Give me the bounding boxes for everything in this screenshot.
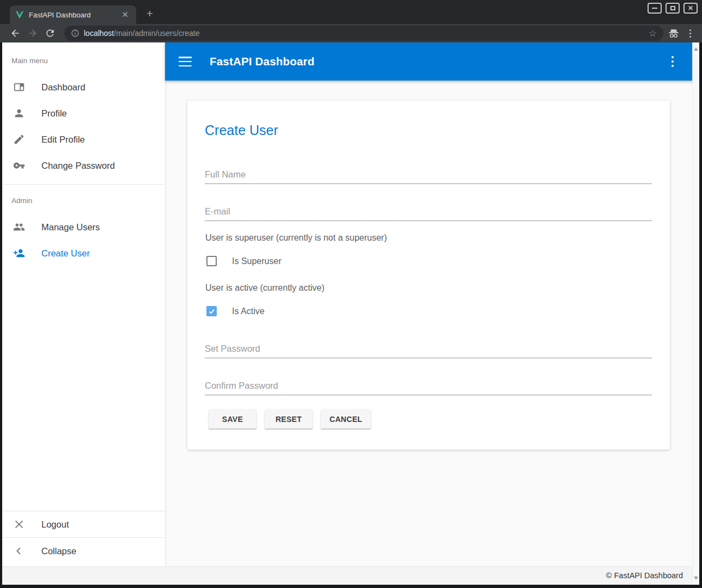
- app-bar: FastAPI Dashboard: [165, 42, 699, 81]
- check-icon: [208, 308, 216, 315]
- sidebar-item-label: Logout: [41, 519, 69, 530]
- forward-icon[interactable]: [27, 28, 38, 39]
- tab-title: FastAPI Dashboard: [29, 11, 119, 19]
- scroll-up-arrow-icon[interactable]: [694, 47, 698, 51]
- url-path: /main/admin/users/create: [114, 29, 199, 38]
- sidebar-item-label: Create User: [41, 248, 90, 259]
- sidebar-item-manage-users[interactable]: Manage Users: [2, 214, 165, 240]
- url-bar[interactable]: localhost/main/admin/users/create ☆: [64, 26, 663, 41]
- checkbox-label: Is Active: [232, 307, 265, 316]
- email-input[interactable]: [205, 203, 652, 221]
- incognito-icon: [668, 28, 680, 38]
- sidebar-section-admin: Admin: [11, 197, 165, 206]
- browser-toolbar: localhost/main/admin/users/create ☆: [0, 24, 702, 42]
- page: Main menu Dashboard Pr: [2, 42, 699, 585]
- sidebar-item-logout[interactable]: Logout: [2, 511, 165, 537]
- sidebar-item-label: Dashboard: [41, 82, 86, 93]
- sidebar-item-label: Collapse: [41, 546, 76, 556]
- sidebar-item-profile[interactable]: Profile: [2, 100, 165, 126]
- save-button[interactable]: SAVE: [209, 409, 257, 428]
- is-superuser-checkbox[interactable]: [206, 256, 217, 266]
- window-minimize-button[interactable]: [648, 3, 662, 14]
- back-icon[interactable]: [10, 28, 21, 39]
- sidebar-section-main-menu: Main menu: [11, 57, 165, 66]
- sidebar-item-label: Manage Users: [41, 222, 100, 232]
- browser-menu-icon[interactable]: [687, 29, 693, 38]
- chevron-left-icon: [13, 545, 25, 557]
- main-content: FastAPI Dashboard Create User User is su…: [165, 42, 699, 566]
- tab-strip: FastAPI Dashboard ✕ + ✕: [0, 0, 702, 24]
- form-title: Create User: [205, 122, 278, 138]
- site-info-icon[interactable]: [71, 29, 80, 38]
- new-tab-button[interactable]: +: [143, 7, 157, 21]
- reset-button[interactable]: RESET: [265, 409, 313, 428]
- active-hint: User is active (currently active): [205, 283, 325, 293]
- sidebar-item-edit-profile[interactable]: Edit Profile: [2, 126, 165, 152]
- url-host: localhost: [84, 29, 114, 38]
- page-footer: © FastAPI Dashboard: [2, 566, 699, 585]
- set-password-input[interactable]: [205, 340, 652, 358]
- sidebar-item-label: Edit Profile: [41, 134, 85, 145]
- confirm-password-input[interactable]: [205, 377, 652, 395]
- create-user-card: Create User User is superuser (currently…: [187, 101, 670, 450]
- appbar-menu-icon[interactable]: [669, 54, 676, 69]
- pencil-icon: [13, 133, 25, 145]
- dashboard-icon: [13, 81, 25, 93]
- browser-tab[interactable]: FastAPI Dashboard ✕: [10, 5, 136, 24]
- is-active-checkbox-row[interactable]: Is Active: [206, 306, 265, 316]
- app-title: FastAPI Dashboard: [210, 55, 315, 68]
- close-x-icon: [13, 518, 25, 530]
- sidebar-item-change-password[interactable]: Change Password: [2, 152, 165, 179]
- key-icon: [13, 160, 25, 171]
- sidebar-item-dashboard[interactable]: Dashboard: [2, 74, 165, 100]
- sidebar-item-create-user[interactable]: Create User: [2, 240, 165, 266]
- vue-logo-icon: [15, 11, 24, 19]
- is-active-checkbox[interactable]: [206, 306, 217, 316]
- sidebar-divider: [2, 184, 165, 185]
- full-name-input[interactable]: [205, 166, 652, 184]
- sidebar-item-collapse[interactable]: Collapse: [2, 538, 165, 564]
- cancel-button[interactable]: CANCEL: [321, 409, 371, 428]
- is-superuser-checkbox-row[interactable]: Is Superuser: [206, 256, 282, 266]
- window-close-button[interactable]: ✕: [683, 3, 698, 14]
- sidebar-item-label: Profile: [41, 108, 67, 119]
- window-maximize-button[interactable]: [666, 3, 680, 14]
- scroll-down-arrow-icon[interactable]: [694, 577, 698, 580]
- tab-close-icon[interactable]: ✕: [119, 10, 131, 20]
- browser-window: FastAPI Dashboard ✕ + ✕ localhost/main/a…: [0, 0, 702, 588]
- bookmark-star-icon[interactable]: ☆: [649, 28, 657, 39]
- superuser-hint: User is superuser (currently is not a su…: [205, 233, 387, 243]
- people-icon: [13, 221, 25, 233]
- person-icon: [13, 107, 25, 119]
- checkbox-label: Is Superuser: [232, 256, 282, 266]
- hamburger-menu-icon[interactable]: [179, 57, 192, 66]
- copyright-text: © FastAPI Dashboard: [606, 571, 683, 580]
- page-scrollbar[interactable]: [692, 42, 699, 585]
- person-add-icon: [13, 247, 25, 259]
- sidebar: Main menu Dashboard Pr: [2, 42, 165, 566]
- sidebar-item-label: Change Password: [41, 161, 115, 171]
- reload-icon[interactable]: [45, 28, 56, 39]
